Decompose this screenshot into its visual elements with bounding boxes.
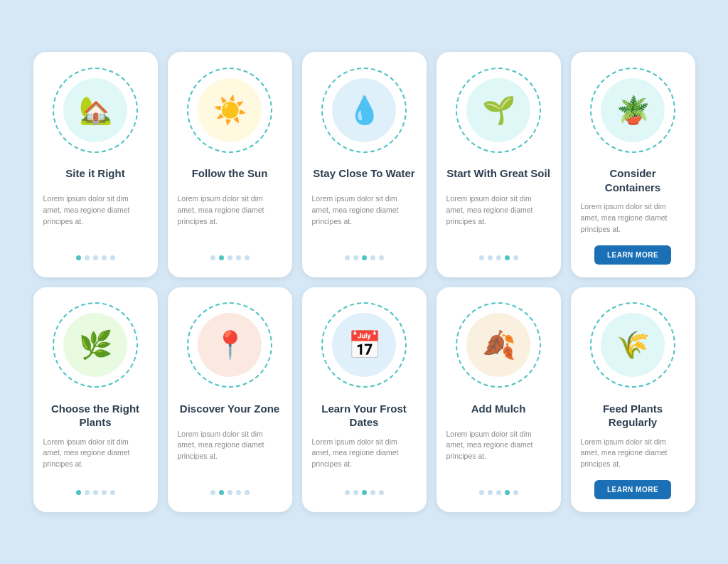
card-title-start-with-great-soil: Start With Great Soil (437, 162, 560, 191)
card-start-with-great-soil: 🌱Start With Great SoilLorem ipsum dolor … (437, 52, 561, 277)
dot-2[interactable] (228, 490, 232, 495)
dashed-circle-stay-close-to-water: 💧 (321, 68, 407, 153)
card-title-add-mulch: Add Mulch (461, 398, 536, 426)
icon-emoji-choose-right-plants: 🌿 (79, 331, 112, 358)
dot-0[interactable] (345, 255, 350, 260)
card-feed-plants: 🌾Feed Plants RegularlyLorem ipsum dolor … (571, 287, 695, 512)
card-body-learn-frost-dates: Lorem ipsum dolor sit dim amet, mea regi… (302, 434, 427, 484)
card-follow-the-sun: ☀️Follow the SunLorem ipsum dolor sit di… (168, 52, 292, 277)
dot-3[interactable] (236, 255, 241, 260)
dots-learn-frost-dates (345, 484, 384, 499)
card-discover-your-zone: 📍Discover Your ZoneLorem ipsum dolor sit… (168, 287, 292, 512)
dot-3[interactable] (370, 490, 375, 495)
card-title-learn-frost-dates: Learn Your Frost Dates (302, 398, 427, 434)
dashed-circle-learn-frost-dates: 📅 (321, 302, 407, 388)
dot-0[interactable] (479, 490, 484, 495)
dot-1[interactable] (219, 255, 224, 260)
dot-0[interactable] (479, 255, 484, 260)
dot-1[interactable] (488, 255, 493, 260)
dashed-circle-site-it-right: 🏡 (53, 68, 138, 153)
icon-emoji-start-with-great-soil: 🌱 (482, 97, 515, 124)
dot-3[interactable] (102, 490, 107, 495)
card-title-follow-the-sun: Follow the Sun (182, 162, 278, 191)
learn-more-button-consider-containers[interactable]: LEARN MORE (594, 245, 671, 265)
dot-0[interactable] (210, 490, 215, 495)
card-icon-area-choose-right-plants: 🌿 (33, 287, 158, 398)
icon-discover-your-zone: 📍 (198, 313, 262, 377)
dot-4[interactable] (110, 490, 115, 495)
icon-emoji-add-mulch: 🍂 (482, 331, 515, 358)
dot-4[interactable] (513, 490, 518, 495)
card-icon-area-site-it-right: 🏡 (33, 52, 158, 162)
card-consider-containers: 🪴Consider ContainersLorem ipsum dolor si… (571, 52, 695, 277)
card-icon-area-follow-the-sun: ☀️ (168, 52, 292, 162)
dashed-circle-consider-containers: 🪴 (590, 68, 675, 153)
card-add-mulch: 🍂Add MulchLorem ipsum dolor sit dim amet… (437, 287, 561, 512)
dot-0[interactable] (345, 490, 350, 495)
dots-start-with-great-soil (479, 250, 518, 265)
dot-3[interactable] (102, 255, 107, 260)
icon-emoji-feed-plants: 🌾 (616, 331, 650, 358)
dot-0[interactable] (210, 255, 215, 260)
dot-2[interactable] (362, 255, 367, 260)
dot-2[interactable] (93, 490, 98, 495)
card-choose-right-plants: 🌿Choose the Right PlantsLorem ipsum dolo… (33, 287, 158, 512)
card-icon-area-feed-plants: 🌾 (571, 287, 695, 398)
card-body-start-with-great-soil: Lorem ipsum dolor sit dim amet, mea regi… (437, 191, 561, 249)
card-body-add-mulch: Lorem ipsum dolor sit dim amet, mea regi… (437, 426, 561, 484)
icon-learn-frost-dates: 📅 (332, 313, 396, 377)
icon-consider-containers: 🪴 (601, 78, 665, 142)
dot-1[interactable] (353, 255, 358, 260)
card-icon-area-add-mulch: 🍂 (437, 287, 561, 398)
dot-1[interactable] (353, 490, 358, 495)
dot-1[interactable] (85, 490, 90, 495)
dot-4[interactable] (245, 255, 250, 260)
dot-4[interactable] (379, 255, 384, 260)
dots-choose-right-plants (76, 484, 115, 499)
dot-2[interactable] (93, 255, 98, 260)
card-title-site-it-right: Site it Right (55, 162, 134, 191)
card-icon-area-start-with-great-soil: 🌱 (437, 52, 561, 162)
icon-site-it-right: 🏡 (63, 78, 127, 142)
dot-4[interactable] (513, 255, 518, 260)
dots-follow-the-sun (210, 250, 250, 265)
dot-3[interactable] (505, 490, 510, 495)
dot-1[interactable] (85, 255, 90, 260)
learn-more-button-feed-plants[interactable]: LEARN MORE (594, 480, 671, 499)
card-body-stay-close-to-water: Lorem ipsum dolor sit dim amet, mea regi… (302, 191, 427, 249)
dot-3[interactable] (370, 255, 375, 260)
dot-0[interactable] (76, 255, 81, 260)
dashed-circle-start-with-great-soil: 🌱 (456, 68, 541, 153)
dot-3[interactable] (236, 490, 241, 495)
card-title-choose-right-plants: Choose the Right Plants (33, 398, 158, 434)
dots-site-it-right (76, 250, 115, 265)
icon-emoji-site-it-right: 🏡 (79, 97, 112, 124)
card-grid: 🏡Site it RightLorem ipsum dolor sit dim … (33, 52, 695, 512)
dot-2[interactable] (496, 490, 501, 495)
card-title-feed-plants: Feed Plants Regularly (571, 398, 695, 434)
dot-2[interactable] (228, 255, 232, 260)
dashed-circle-discover-your-zone: 📍 (187, 302, 272, 388)
dot-3[interactable] (505, 255, 510, 260)
icon-choose-right-plants: 🌿 (63, 313, 127, 377)
card-title-stay-close-to-water: Stay Close To Water (303, 162, 424, 191)
dot-4[interactable] (110, 255, 115, 260)
card-site-it-right: 🏡Site it RightLorem ipsum dolor sit dim … (33, 52, 158, 277)
dot-0[interactable] (76, 490, 81, 495)
card-body-feed-plants: Lorem ipsum dolor sit dim amet, mea regi… (571, 434, 695, 476)
card-icon-area-stay-close-to-water: 💧 (302, 52, 427, 162)
dot-1[interactable] (488, 490, 493, 495)
dot-4[interactable] (379, 490, 384, 495)
dashed-circle-add-mulch: 🍂 (456, 302, 541, 388)
dot-1[interactable] (219, 490, 224, 495)
dot-4[interactable] (245, 490, 250, 495)
icon-emoji-learn-frost-dates: 📅 (348, 331, 381, 358)
dashed-circle-choose-right-plants: 🌿 (53, 302, 138, 388)
icon-add-mulch: 🍂 (466, 313, 530, 377)
icon-emoji-consider-containers: 🪴 (616, 97, 650, 124)
icon-feed-plants: 🌾 (601, 313, 665, 377)
dot-2[interactable] (362, 490, 367, 495)
card-icon-area-discover-your-zone: 📍 (168, 287, 292, 398)
dashed-circle-follow-the-sun: ☀️ (187, 68, 272, 153)
dot-2[interactable] (496, 255, 501, 260)
